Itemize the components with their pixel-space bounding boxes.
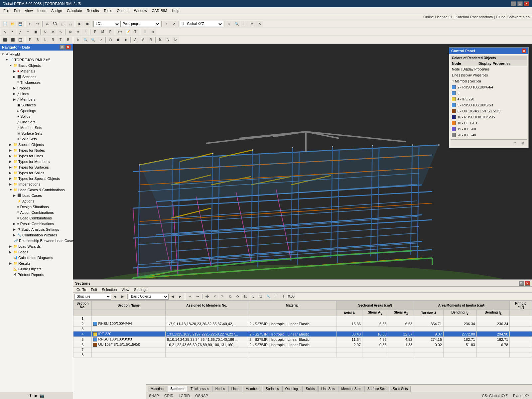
tb3-solid[interactable]: ⬢ <box>114 37 122 43</box>
tab-nodes[interactable]: Nodes <box>212 386 228 392</box>
sections-menu-goto[interactable]: Go To <box>74 287 88 292</box>
cp-icon-grid[interactable]: ⊞ <box>520 140 526 146</box>
nav-thicknesses[interactable]: ≡ Thicknesses <box>0 79 73 85</box>
menu-insert[interactable]: Insert <box>35 8 49 13</box>
sections-table-wrapper[interactable]: SectionNo. Section Name Assigned to Memb… <box>73 301 532 383</box>
nav-member-sets[interactable]: ╱ Member Sets <box>0 125 73 130</box>
tb-print[interactable]: 🖨 <box>44 21 51 27</box>
tab-members[interactable]: Members <box>243 386 263 392</box>
sections-menu-view[interactable]: View <box>119 287 131 292</box>
nav-guide-objects[interactable]: 📐 Guide Objects <box>0 266 73 272</box>
nav-static-analysis[interactable]: ▶ ⚙ Static Analysis Settings <box>0 226 73 232</box>
sections-btn12[interactable]: T <box>272 293 280 300</box>
tb-3d[interactable]: 3D <box>51 21 59 27</box>
nav-types-surfaces[interactable]: ▶ 📁 Types for Surfaces <box>0 164 73 170</box>
tb-undo[interactable]: ↩ <box>26 21 34 27</box>
tb-btn9[interactable]: ↔ <box>241 21 248 27</box>
nav-lines[interactable]: ▶ ╱ Lines <box>0 91 73 96</box>
sections-btn8[interactable]: fx <box>242 293 249 300</box>
cp-row-line-display[interactable]: Line | Display Properties <box>451 72 527 78</box>
nav-results[interactable]: ▶ 📁 Results <box>0 260 73 266</box>
sections-btn7[interactable]: ⟳ <box>234 293 241 300</box>
menu-window[interactable]: Window <box>132 8 149 13</box>
tb-coord-btn2[interactable]: ↗ <box>170 21 178 27</box>
sections-structure-select[interactable]: Structure <box>74 294 111 300</box>
tab-member-sets[interactable]: Member Sets <box>338 386 364 392</box>
nav-types-special[interactable]: ▶ 📁 Types for Special Objects <box>0 176 73 181</box>
nav-relationship-load-cases[interactable]: 🔗 Relationship Between Load Cases <box>0 238 73 243</box>
sections-btn6[interactable]: ⧉ <box>226 293 234 300</box>
navigator-undock[interactable]: ⊡ <box>60 45 65 50</box>
tb2-text[interactable]: T <box>132 29 139 35</box>
nav-types-solids[interactable]: ▶ 📁 Types for Solids <box>0 170 73 176</box>
nav-types-members[interactable]: ▶ 📁 Types for Members <box>0 159 73 164</box>
tb-btn6[interactable]: ⏹ <box>84 21 91 27</box>
tb3-right[interactable]: R <box>49 37 57 43</box>
window-controls[interactable]: ─ □ ✕ <box>511 1 529 6</box>
cp-row-5[interactable]: 5 - RHSU 100/100/3/3/3 <box>451 102 527 108</box>
cp-row-member-section[interactable]: □ Member | Section <box>451 78 527 84</box>
nav-solid-sets[interactable]: ■ Solid Sets <box>0 136 73 142</box>
tb-btn3[interactable]: ⬚ <box>59 21 66 27</box>
tb-btn5[interactable]: ▶ <box>76 21 83 27</box>
menu-view[interactable]: View <box>23 8 35 13</box>
nav-file[interactable]: ▼ 📄 TORREJON RML2.rf5 <box>0 57 73 63</box>
nav-openings[interactable]: □ Openings <box>0 108 73 113</box>
tb2-surface[interactable]: ▣ <box>32 29 39 35</box>
cp-row-3[interactable]: 3 <box>451 90 527 96</box>
cp-row-16[interactable]: 16 - RHSU 100/100/5/5/5 <box>451 114 527 120</box>
sections-category-select[interactable]: Basic Objects <box>129 294 169 300</box>
table-row[interactable]: 7 <box>73 347 532 352</box>
tb2-line[interactable]: ╱ <box>17 29 24 35</box>
sections-cat-prev[interactable]: ◀ <box>169 293 176 300</box>
nav-surfaces[interactable]: ▣ Surfaces <box>0 102 73 108</box>
tb3-fz[interactable]: fz <box>172 37 179 43</box>
table-row[interactable]: 2 RHSU 100/100/4/4/4 1-7,9,11-13,18-20,2… <box>73 321 532 327</box>
sections-btn3[interactable]: ➕ <box>203 293 211 300</box>
nav-loads[interactable]: ▶ 📁 Loads <box>0 249 73 255</box>
tb2-load1[interactable]: F <box>91 29 99 35</box>
nav-line-sets[interactable]: ╱ Line Sets <box>0 119 73 125</box>
tb3-front[interactable]: F <box>26 37 34 43</box>
cp-row-20[interactable]: 20 - IPE 240 <box>451 132 527 138</box>
sections-btn4[interactable]: ✕ <box>211 293 218 300</box>
sections-btn14[interactable]: 0.00 <box>288 293 295 300</box>
tb2-mirror[interactable]: ⇔ <box>74 29 81 35</box>
tb3-view2[interactable]: ⬛ <box>9 37 16 43</box>
table-row[interactable]: 5 RHSU 100/100/3/3/3 8,10,14,24,25,33,34… <box>73 337 532 342</box>
menu-edit[interactable]: Edit <box>12 8 22 13</box>
sections-close[interactable]: ✕ <box>525 281 530 286</box>
nav-load-wizards[interactable]: ▶ 📁 Load Wizards <box>0 243 73 249</box>
tb2-array[interactable]: ⋮ <box>82 29 89 35</box>
tb2-dimension[interactable]: ⟺ <box>116 29 124 35</box>
tab-sections[interactable]: Sections <box>168 386 188 392</box>
menu-file[interactable]: File <box>1 8 11 13</box>
sections-menu-settings[interactable]: Settings <box>132 287 149 292</box>
coord-system-select[interactable]: 1 - Global XYZ <box>180 21 223 27</box>
status-eye-icon[interactable]: 👁 <box>29 393 33 398</box>
tb3-zoom-out[interactable]: 🔍 <box>89 37 97 43</box>
nav-action-combinations[interactable]: ≡ Action Combinations <box>0 209 73 215</box>
tb3-numbering[interactable]: # <box>139 37 147 43</box>
tb-new[interactable]: 📄 <box>1 21 9 27</box>
tb2-rotate[interactable]: ↻ <box>42 29 49 35</box>
nav-sections[interactable]: ▶ ⬛ Sections <box>0 74 73 79</box>
cp-row-19[interactable]: 19 - IPE 200 <box>451 126 527 132</box>
menu-assign[interactable]: Assign <box>49 8 64 13</box>
tb-redo[interactable]: ↪ <box>34 21 41 27</box>
tb3-top[interactable]: T <box>57 37 64 43</box>
tb-open[interactable]: 📂 <box>9 21 16 27</box>
menu-options[interactable]: Options <box>115 8 131 13</box>
control-panel-close-button[interactable]: ✕ <box>522 49 526 53</box>
tab-line-sets[interactable]: Line Sets <box>318 386 338 392</box>
sections-menu-edit[interactable]: Edit <box>89 287 99 292</box>
nav-types-nodes[interactable]: ▶ 📁 Types for Nodes <box>0 147 73 153</box>
minimize-button[interactable]: ─ <box>511 1 516 6</box>
status-grid[interactable]: GRID <box>164 394 174 398</box>
status-snap[interactable]: SNAP <box>149 394 159 398</box>
tab-surface-sets[interactable]: Surface Sets <box>364 386 389 392</box>
sections-undock[interactable]: ⊡ <box>519 281 524 286</box>
tb3-results[interactable]: R <box>147 37 154 43</box>
table-row[interactable]: 4 IPE 220 133,1325,1823,2197,2225,2258,2… <box>73 332 532 337</box>
nav-imperfections[interactable]: ▶ 📁 Imperfections <box>0 181 73 187</box>
